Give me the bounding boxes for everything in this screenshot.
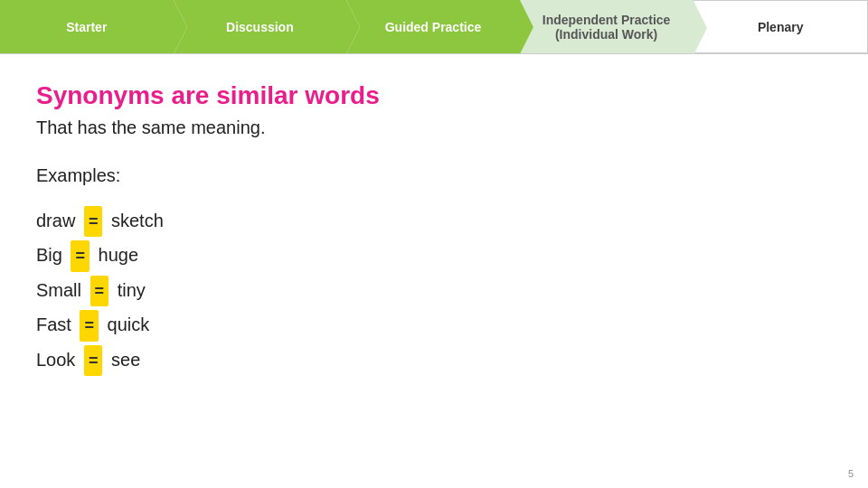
nav-plenary-label: Plenary [758, 20, 804, 34]
main-content: Synonyms are similar words That has the … [0, 54, 868, 396]
navigation-bar: Starter Discussion Guided Practice Indep… [0, 0, 868, 54]
word2: quick [108, 314, 150, 334]
nav-independent[interactable]: Independent Practice(Individual Work) [520, 0, 693, 53]
word2: huge [99, 245, 139, 265]
list-item: Look = see [36, 343, 832, 376]
list-item: Fast = quick [36, 308, 832, 341]
page-title: Synonyms are similar words [36, 81, 832, 110]
word2: tiny [118, 280, 146, 300]
nav-discussion-label: Discussion [226, 20, 294, 34]
word1: Look [36, 350, 75, 370]
equals-sign: = [80, 310, 99, 341]
word-pairs-list: draw = sketch Big = huge Small = tiny Fa… [36, 204, 832, 376]
subtitle-text: That has the same meaning. [36, 117, 832, 138]
nav-independent-label: Independent Practice(Individual Work) [542, 13, 671, 42]
equals-sign: = [84, 345, 103, 376]
word1: Fast [36, 314, 71, 334]
word1: draw [36, 211, 75, 230]
equals-sign: = [84, 206, 103, 237]
list-item: Big = huge [36, 239, 832, 271]
word2: see [111, 350, 140, 370]
equals-sign: = [90, 276, 109, 306]
equals-sign: = [71, 240, 90, 271]
list-item: Small = tiny [36, 274, 832, 306]
list-item: draw = sketch [36, 204, 832, 237]
nav-guided[interactable]: Guided Practice [346, 0, 520, 53]
nav-starter-label: Starter [66, 20, 107, 34]
word1: Big [36, 245, 62, 265]
word1: Small [36, 280, 81, 300]
page-number: 5 [848, 468, 854, 479]
nav-guided-label: Guided Practice [385, 20, 482, 34]
examples-label: Examples: [36, 165, 832, 186]
nav-discussion[interactable]: Discussion [174, 0, 347, 53]
nav-starter[interactable]: Starter [0, 0, 174, 53]
word2: sketch [111, 211, 164, 230]
nav-plenary[interactable]: Plenary [693, 0, 868, 53]
